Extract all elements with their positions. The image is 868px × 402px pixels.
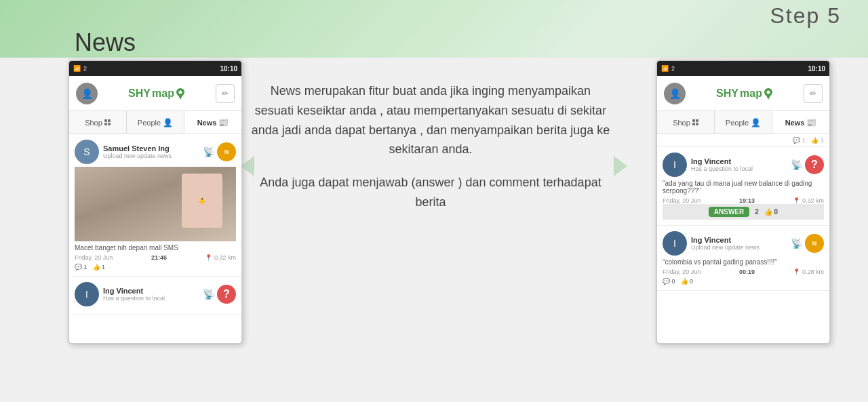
feed-subtitle-2-right: Upload new update news [691,244,791,251]
step-label: Step 5 [770,3,841,28]
feed-actions-1-left: 💬 1 👍 1 [75,264,236,270]
edit-icon-right[interactable]: ✏ [804,84,823,103]
avatar-left: 👤 [76,83,98,104]
tab-bar-right: Shop People 👤 News 📰 [657,111,829,134]
svg-point-5 [766,90,770,94]
feed-date-1-left: Friday, 20 Jun [75,254,113,261]
phone-mockup-right: 📶 2 10:10 👤 SHYmap ✏ Shop [656,60,831,344]
status-time-left: 10:10 [220,65,237,73]
shop-grid-icon-right [692,119,698,125]
feed-item-2-left: I Ing Vincent Has a question to local 📡 … [69,277,241,315]
answer-like-right: 👍 0 [764,208,778,216]
news-icon-left: 📰 [218,118,229,127]
shop-label-left: Shop [85,119,102,127]
wifi-1-left: 📡 [203,146,214,157]
tab-shop-right[interactable]: Shop [657,111,715,134]
people-label-right: People [726,119,749,127]
answer-button-right[interactable]: ANSWER [709,207,749,217]
tab-news-left[interactable]: News 📰 [184,111,241,134]
phone-mockup-left: 📶 2 10:10 👤 SHYmap ✏ Shop [68,60,243,344]
feed-actions-2-right: 💬 0 👍 0 [663,278,824,285]
feed-item-2-header-right: I Ing Vincent Upload new update news 📡 N [663,231,824,256]
top-comment-bar-right: 💬 1 👍 1 [657,134,829,147]
feed-subtitle-1-right: Has a question to local [691,165,791,172]
feed-item-1-right: I Ing Vincent Has a question to local 📡 … [657,147,829,226]
news-label-right: News [785,119,805,127]
feed-user-2-right: Ing Vincent Upload new update news [691,236,791,251]
feed-username-1-right: Ing Vincent [691,157,791,165]
feed-subtitle-2-left: Has a question to local [103,295,203,302]
news-label-left: News [197,119,217,127]
wifi-1-right: 📡 [791,159,802,170]
feed-item-2-header-left: I Ing Vincent Has a question to local 📡 … [75,282,236,306]
tab-people-left[interactable]: People 👤 [127,111,184,134]
feed-avatar-1-right: I [663,153,687,177]
feed-right: I Ing Vincent Has a question to local 📡 … [657,147,829,291]
arrow-right [614,156,627,176]
app-header-left: 👤 SHYmap ✏ [69,76,241,111]
page-title: News [75,28,136,57]
feed-item-1-header-left: S Samuel Steven Ing Upload new update ne… [75,140,236,164]
feed-badges-2-right: 📡 N [791,234,824,253]
tab-bar-left: Shop People 👤 News 📰 [69,111,241,134]
signal-right: 📶 2 [661,65,675,72]
answer-count-right: 2 [755,208,759,216]
feed-item-2-right: I Ing Vincent Upload new update news 📡 N… [657,226,829,291]
feed-item-1-header-right: I Ing Vincent Has a question to local 📡 … [663,153,824,177]
feed-time-2-right: 00:19 [739,268,755,275]
feed-subtitle-1-left: Upload new update news [103,153,203,159]
tab-shop-left[interactable]: Shop [69,111,127,134]
feed-footer-1-left: Friday, 20 Jun 21:46 📍 0.32 km [75,254,236,261]
feed-avatar-2-right: I [663,231,687,256]
question-badge-2-left: ? [217,285,236,304]
feed-image-1-left: 👶 [75,167,236,241]
feed-location-1-left: 📍 0.32 km [205,254,236,261]
feed-badges-2-left: 📡 ? [203,285,236,304]
logo-right: SHYmap [716,87,773,100]
app-header-right: 👤 SHYmap ✏ [657,76,829,111]
feed-username-2-left: Ing Vincent [103,287,203,295]
like-action-2-right[interactable]: 👍 0 [681,278,694,285]
feed-item-1-left: S Samuel Steven Ing Upload new update ne… [69,134,241,277]
status-bar-right: 📶 2 10:10 [657,61,829,76]
svg-marker-4 [766,94,771,100]
map-pin-icon-left [176,87,185,100]
edit-icon-left[interactable]: ✏ [216,84,235,103]
feed-time-1-right: 19:13 [739,197,755,204]
tab-news-right[interactable]: News 📰 [772,111,829,134]
signal-left: 📶 2 [73,65,87,72]
feed-user-1-left: Samuel Steven Ing Upload new update news [103,144,203,159]
feed-location-1-right: 📍 0.32 km [793,197,824,204]
shop-grid-icon-left [104,119,111,125]
feed-date-2-right: Friday, 20 Jun [663,268,701,275]
status-bar-left: 📶 2 10:10 [69,61,241,76]
map-pin-icon-right [764,87,773,100]
feed-footer-1-right: Friday, 20 Jun 19:13 📍 0.32 km [663,197,824,204]
center-description: News merupakan fitur buat anda jika ingi… [251,81,610,226]
comment-action-1-left[interactable]: 💬 1 [75,264,87,270]
wifi-2-left: 📡 [203,289,214,300]
feed-time-1-left: 21:46 [151,254,167,261]
svg-point-2 [178,90,182,94]
feed-user-1-right: Ing Vincent Has a question to local [691,157,791,172]
feed-left: S Samuel Steven Ing Upload new update ne… [69,134,241,315]
answer-bar-right: ANSWER 2 👍 0 [663,204,824,220]
wifi-2-right: 📡 [791,238,802,249]
feed-badges-1-right: 📡 ? [791,155,824,174]
comment-action-2-right[interactable]: 💬 0 [663,278,675,285]
logo-left: SHYmap [128,87,185,100]
status-time-right: 10:10 [808,65,825,73]
feed-date-1-right: Friday, 20 Jun [663,197,701,204]
like-action-1-left[interactable]: 👍 1 [93,264,106,270]
feed-badges-1-left: 📡 N [203,142,236,161]
feed-quote-2-right: "colombia vs pantai gading panass!!!!" [663,258,824,266]
avatar-right: 👤 [664,83,686,104]
svg-marker-1 [178,94,183,100]
tab-people-right[interactable]: People 👤 [715,111,772,134]
people-icon-right: 👤 [751,118,761,127]
description-para2: Anda juga dapat menjawab (answer ) dan c… [251,173,610,212]
comment-count-top: 💬 1 [793,137,806,144]
feed-caption-1-left: Macet banget nih depan mall SMS [75,244,236,252]
feed-avatar-2-left: I [75,282,99,306]
like-count-top: 👍 1 [811,137,824,144]
